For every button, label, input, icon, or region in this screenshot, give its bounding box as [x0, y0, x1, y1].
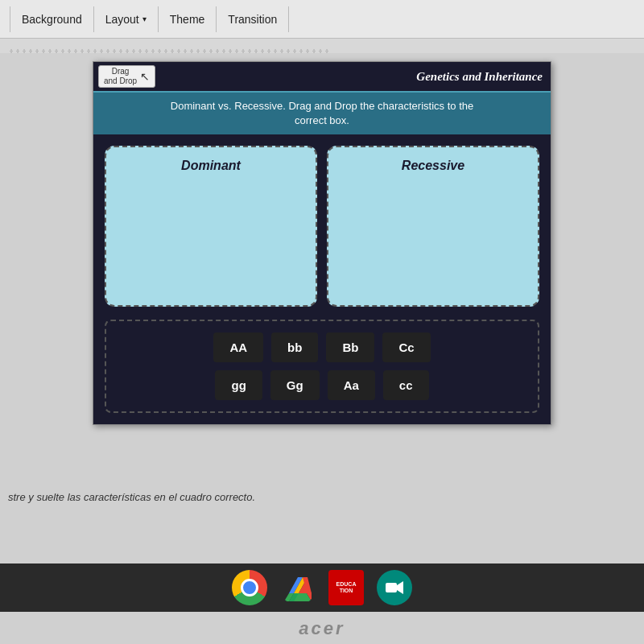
bottom-text: stre y suelte las características en el …: [8, 491, 255, 503]
cursor-icon: ↖: [140, 70, 150, 83]
item-cc[interactable]: cc: [383, 370, 429, 400]
education-icon[interactable]: EDUCATION: [328, 570, 364, 605]
theme-label: Theme: [170, 13, 205, 26]
theme-menu-item[interactable]: Theme: [159, 6, 217, 32]
dominant-label: Dominant: [181, 159, 241, 173]
google-meet-icon[interactable]: [377, 570, 412, 605]
drag-drop-button[interactable]: Dragand Drop ↖: [98, 65, 155, 88]
taskbar: EDUCATION: [0, 564, 644, 612]
chrome-icon[interactable]: [232, 570, 267, 605]
item-Bb[interactable]: Bb: [326, 332, 374, 362]
slide-title-area: Genetics and Inheritance: [160, 62, 551, 91]
slide-subtitle: Dominant vs. Recessive. Drag and Drop th…: [93, 93, 551, 134]
transition-label: Transition: [228, 13, 277, 26]
item-gg[interactable]: gg: [215, 370, 262, 400]
subtitle-text: Dominant vs. Recessive. Drag and Drop th…: [171, 100, 473, 126]
toolbar: Background Layout ▾ Theme Transition: [0, 0, 644, 39]
slide-title: Genetics and Inheritance: [416, 70, 543, 84]
edu-label: EDUCATION: [336, 581, 357, 593]
slide: Dragand Drop ↖ Genetics and Inheritance …: [93, 61, 551, 425]
item-Cc[interactable]: Cc: [382, 332, 430, 362]
acer-brand: acer: [299, 618, 345, 639]
items-area: AA bb Bb Cc gg Gg Aa cc: [105, 320, 539, 413]
ruler: ·|· ·|· ·|· ·|· ·|· ·|· ·|· ·|· ·|· ·|· …: [0, 39, 644, 53]
background-label: Background: [22, 13, 82, 26]
drop-zones-row: Dominant Recessive: [93, 134, 551, 315]
layout-menu-item[interactable]: Layout ▾: [94, 6, 159, 32]
item-AA[interactable]: AA: [213, 332, 263, 362]
recessive-drop-zone[interactable]: Recessive: [327, 146, 539, 307]
items-row-2: gg Gg Aa cc: [215, 370, 428, 400]
dominant-drop-zone[interactable]: Dominant: [105, 146, 317, 307]
recessive-label: Recessive: [402, 159, 464, 173]
google-drive-icon[interactable]: [280, 570, 316, 605]
layout-chevron-icon: ▾: [142, 14, 147, 23]
background-menu-item[interactable]: Background: [10, 6, 94, 32]
main-area: Dragand Drop ↖ Genetics and Inheritance …: [0, 53, 644, 644]
item-Gg[interactable]: Gg: [270, 370, 320, 400]
item-bb[interactable]: bb: [271, 332, 318, 362]
drag-drop-label: Dragand Drop: [104, 67, 137, 86]
layout-label: Layout: [105, 13, 139, 26]
items-row-1: AA bb Bb Cc: [213, 332, 430, 362]
item-Aa[interactable]: Aa: [328, 370, 375, 400]
slide-header: Dragand Drop ↖ Genetics and Inheritance: [93, 62, 551, 93]
svg-rect-9: [386, 583, 397, 592]
transition-menu-item[interactable]: Transition: [217, 6, 289, 32]
